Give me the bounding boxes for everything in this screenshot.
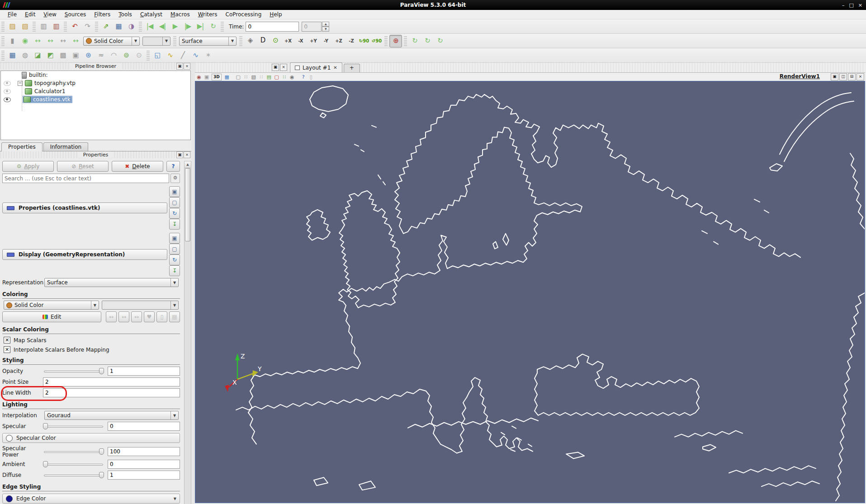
color-array-combobox[interactable]: ▼: [142, 37, 170, 46]
toolbar-handle[interactable]: [404, 36, 407, 46]
select-block-icon[interactable]: ▤: [265, 73, 273, 80]
save-defaults-icon[interactable]: ↧: [169, 219, 180, 230]
toolbar-handle[interactable]: [147, 51, 150, 61]
rescale-temporal-range-icon[interactable]: ↔: [57, 35, 69, 47]
interpolate-scalars-checkbox[interactable]: ✕ Interpolate Scalars Before Mapping: [4, 346, 179, 353]
load-state-icon[interactable]: ⇗: [100, 21, 112, 33]
show-legend-icon[interactable]: ▯: [156, 311, 167, 322]
section-display[interactable]: Display (GeometryRepresentation): [2, 249, 167, 260]
reset-button[interactable]: ⊘ Reset: [57, 161, 109, 172]
save-data-icon[interactable]: ▧: [19, 21, 31, 33]
plot-over-line-icon[interactable]: ╱: [177, 50, 189, 61]
diffuse-slider[interactable]: [43, 471, 104, 479]
color-by-combobox[interactable]: Solid Color ▼: [83, 37, 140, 46]
toolbar-handle[interactable]: [64, 22, 67, 32]
diffuse-input[interactable]: [108, 471, 180, 480]
specular-color-button[interactable]: Specular Color: [2, 433, 180, 443]
stream-tracer-icon[interactable]: ≈: [95, 50, 107, 61]
warp-icon[interactable]: ◠: [108, 50, 119, 61]
select-cells-through-icon[interactable]: ▧: [250, 73, 257, 80]
dock-close-button[interactable]: ×: [184, 151, 190, 158]
dock-close-button[interactable]: ×: [184, 63, 190, 70]
calculator-icon[interactable]: ▦: [6, 50, 18, 61]
apply-button[interactable]: ⚙ Apply: [2, 161, 54, 172]
time-input[interactable]: [246, 22, 299, 32]
glyph-icon[interactable]: ⊛: [82, 50, 94, 61]
toolbar-handle[interactable]: [221, 22, 224, 32]
extract-subset-icon[interactable]: ▣: [70, 50, 81, 61]
toggle-3d-button[interactable]: 3D: [212, 74, 222, 80]
tessellate-icon[interactable]: ✶: [202, 50, 214, 61]
view-minus-x-icon[interactable]: -X: [295, 35, 307, 47]
capture-screenshot-icon[interactable]: ▣: [203, 73, 210, 80]
menu-tools[interactable]: Tools: [114, 10, 136, 19]
line-width-input[interactable]: [43, 388, 180, 397]
properties-scrollbar[interactable]: ▲ ▼: [184, 161, 191, 504]
edit-legend-icon[interactable]: ▤: [169, 311, 180, 322]
render-view-title[interactable]: RenderView1: [780, 73, 820, 80]
select-points-through-icon[interactable]: ∷: [257, 73, 265, 80]
rescale-custom-range-icon[interactable]: ↔: [44, 35, 56, 47]
opacity-input[interactable]: [108, 367, 180, 376]
coloring-array-select[interactable]: Solid Color ▼: [4, 301, 99, 310]
plot-selection-over-time-icon[interactable]: ∿: [164, 50, 176, 61]
view-minus-z-icon[interactable]: -Z: [345, 35, 357, 47]
rescale-data-icon[interactable]: ↔: [106, 311, 117, 322]
toolbar-handle[interactable]: [173, 36, 176, 46]
select-cells-on-icon[interactable]: ▢: [234, 73, 242, 80]
loop-icon[interactable]: ↻: [207, 21, 219, 33]
menu-coprocessing[interactable]: CoProcessing: [222, 10, 266, 19]
show-orientation-axes-icon[interactable]: ⊕: [389, 35, 402, 47]
copy-properties-icon[interactable]: ▣: [169, 233, 180, 244]
visibility-eye-icon[interactable]: [4, 97, 11, 102]
redo-icon[interactable]: ↷: [81, 21, 93, 33]
toolbar-handle[interactable]: [139, 22, 142, 32]
layout-close-button[interactable]: ×: [280, 64, 287, 71]
pipeline-item-topography[interactable]: − topography.vtp: [1, 79, 190, 87]
rescale-temporal-icon[interactable]: ↔: [131, 311, 142, 322]
rescale-visible-range-icon[interactable]: ↔: [70, 35, 81, 47]
save-defaults-icon[interactable]: ↧: [169, 265, 180, 276]
pick-center-icon[interactable]: ↻: [421, 35, 433, 47]
specular-power-input[interactable]: [108, 447, 180, 456]
center-axes-icon[interactable]: ▯: [307, 73, 315, 80]
representation-select[interactable]: Surface ▼: [44, 278, 179, 287]
delete-button[interactable]: ✖ Delete: [112, 161, 163, 172]
maximize-button[interactable]: □: [849, 2, 853, 8]
pipeline-item-coastlines[interactable]: coastlines.vtk: [1, 95, 190, 104]
interactive-select-points-icon[interactable]: ∷: [280, 73, 288, 80]
open-icon[interactable]: ▨: [6, 21, 18, 33]
menu-sources[interactable]: Sources: [61, 10, 90, 19]
dock-float-button[interactable]: ▣: [176, 63, 183, 70]
split-horizontal-button[interactable]: ◫: [839, 73, 847, 80]
paste-properties-icon[interactable]: ▢: [169, 244, 180, 254]
rotate-minus-90-icon[interactable]: ↺90: [371, 35, 383, 47]
previous-frame-icon[interactable]: ◀|: [156, 21, 168, 33]
layout-float-button[interactable]: ▣: [272, 64, 279, 71]
view-plus-x-icon[interactable]: +X: [282, 35, 294, 47]
tab-information[interactable]: Information: [43, 142, 88, 151]
slice-icon[interactable]: ◩: [44, 50, 56, 61]
reset-center-icon[interactable]: ↻: [434, 35, 446, 47]
undo-icon[interactable]: ↶: [69, 21, 80, 33]
clip-icon[interactable]: ◪: [32, 50, 43, 61]
tab-layout-1[interactable]: Layout #1 ✕: [290, 62, 342, 72]
extract-level-icon[interactable]: ⊙: [133, 50, 145, 61]
threshold-icon[interactable]: ▩: [57, 50, 69, 61]
color-palette-icon[interactable]: ◑: [125, 21, 137, 33]
close-view-button[interactable]: ×: [857, 73, 864, 80]
group-datasets-icon[interactable]: ⊚: [120, 50, 132, 61]
toolbar-handle[interactable]: [1, 36, 5, 46]
menu-view[interactable]: View: [39, 10, 60, 19]
connect-icon[interactable]: ▥: [38, 21, 49, 33]
view-minus-y-icon[interactable]: -Y: [320, 35, 332, 47]
select-points-on-icon[interactable]: ∷: [242, 73, 250, 80]
copy-properties-icon[interactable]: ▣: [169, 186, 180, 197]
menu-help[interactable]: Help: [265, 10, 286, 19]
save-animation-icon[interactable]: ▦: [113, 21, 124, 33]
rotate-plus-90-icon[interactable]: ↻90: [358, 35, 370, 47]
first-frame-icon[interactable]: |◀: [144, 21, 156, 33]
view-plus-z-icon[interactable]: +Z: [333, 35, 345, 47]
scroll-up-icon[interactable]: ▲: [185, 161, 191, 168]
toolbar-handle[interactable]: [1, 51, 5, 61]
